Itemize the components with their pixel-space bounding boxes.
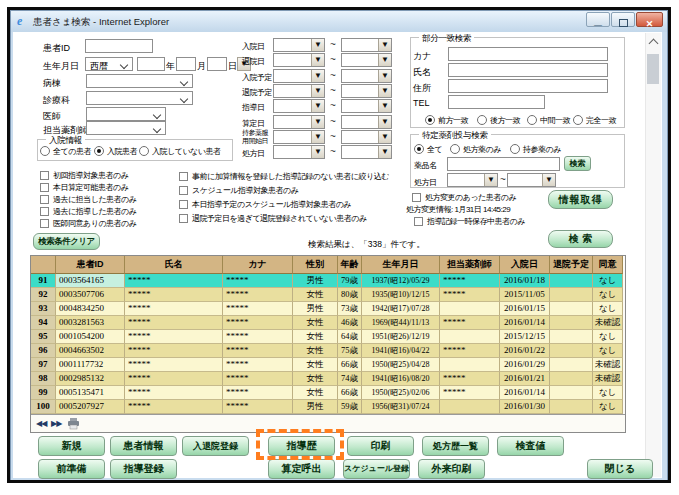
date-to-combo[interactable]: ▼ <box>341 115 392 129</box>
birth-era-select[interactable]: 西暦 <box>85 57 133 71</box>
drug-scope-radio[interactable]: 処方薬のみ <box>450 144 501 155</box>
pharmacist-select[interactable] <box>86 121 166 135</box>
dropdown-arrow-icon[interactable]: ▼ <box>311 54 324 66</box>
match-type-radio[interactable]: 完全一致 <box>573 115 616 126</box>
table-row[interactable]: 990005135471**********女性66歳1950(昭25)/02/… <box>31 386 625 400</box>
dropdown-arrow-icon[interactable]: ▼ <box>378 70 391 82</box>
name-input[interactable] <box>448 63 608 77</box>
admission-registration-button[interactable]: 入退院登録 <box>182 436 249 456</box>
dropdown-arrow-icon[interactable]: ▼ <box>311 70 324 82</box>
date-to-combo[interactable]: ▼ <box>341 145 392 159</box>
kana-input[interactable] <box>448 47 608 61</box>
tel-input[interactable] <box>448 95 545 109</box>
preparation-button[interactable]: 前準備 <box>38 459 105 479</box>
filter-checkbox[interactable]: 退院予定日を過ぎて退院登録されていない患者のみ <box>179 213 367 224</box>
table-row[interactable]: 950001054200**********女性64歳1951(昭26)/12/… <box>31 330 625 344</box>
drug-name-input[interactable] <box>447 157 560 171</box>
doctor-select[interactable] <box>86 107 166 121</box>
dropdown-arrow-icon[interactable]: ▼ <box>311 116 324 128</box>
dropdown-arrow-icon[interactable]: ▼ <box>542 174 555 186</box>
test-values-button[interactable]: 検査値 <box>497 436 564 456</box>
filter-checkbox[interactable]: 本日指導予定のスケジュール指導対象患者のみ <box>179 199 351 210</box>
draft-record-checkbox[interactable]: 指導記録一時保存中患者のみ <box>414 216 525 227</box>
date-to-combo[interactable]: ▼ <box>341 69 392 83</box>
dropdown-arrow-icon[interactable]: ▼ <box>378 85 391 97</box>
date-to-combo[interactable]: ▼ <box>341 38 392 52</box>
table-row[interactable]: 960004663502**********女性75歳1941(昭16)/04/… <box>31 344 625 358</box>
match-type-radio[interactable]: 前方一致 <box>425 115 468 126</box>
admission-radio[interactable]: 全ての患者 <box>40 146 91 157</box>
close-button[interactable]: 閉じる <box>587 459 653 479</box>
outpatient-print-button[interactable]: 外来印刷 <box>418 459 485 479</box>
table-row[interactable]: 980002985132**********女性74歳1941(昭16)/08/… <box>31 372 625 386</box>
prescription-from-combo[interactable]: ▼ <box>447 173 498 187</box>
table-row[interactable]: 1000005207927**********男性59歳1956(昭31)/07… <box>31 400 625 414</box>
match-type-radio[interactable]: 中間一致 <box>527 115 570 126</box>
dropdown-arrow-icon[interactable]: ▼ <box>311 100 324 112</box>
filter-checkbox[interactable]: 事前に加算情報を登録した指導記録のない患者に絞り込む <box>179 171 389 182</box>
new-button[interactable]: 新規 <box>38 436 105 456</box>
match-type-radio[interactable]: 後方一致 <box>477 115 520 126</box>
dropdown-arrow-icon[interactable]: ▼ <box>311 39 324 51</box>
dropdown-arrow-icon[interactable]: ▼ <box>378 100 391 112</box>
table-row[interactable]: 920003507706**********女性80歳1935(昭10)/12/… <box>31 288 625 302</box>
guidance-registration-button[interactable]: 指導登録 <box>110 459 177 479</box>
drug-scope-radio[interactable]: 持参薬のみ <box>510 144 561 155</box>
date-from-combo[interactable]: ▼ <box>273 130 325 144</box>
filter-checkbox[interactable]: 過去に担当した患者のみ <box>40 194 136 205</box>
date-to-combo[interactable]: ▼ <box>341 53 392 67</box>
date-to-combo[interactable]: ▼ <box>341 99 392 113</box>
drug-search-button[interactable]: 検索 <box>564 156 591 171</box>
filter-checkbox[interactable]: スケジュール指導対象患者のみ <box>179 185 298 196</box>
dropdown-arrow-icon[interactable]: ▼ <box>378 146 391 158</box>
prescription-history-button[interactable]: 処方歴一覧 <box>422 436 489 456</box>
drug-scope-radio[interactable]: 全て <box>414 144 442 155</box>
dropdown-arrow-icon[interactable]: ▼ <box>378 131 391 143</box>
date-from-combo[interactable]: ▼ <box>273 38 325 52</box>
next-page-icon[interactable]: ▶▶ <box>51 419 61 428</box>
dropdown-arrow-icon[interactable]: ▼ <box>311 85 324 97</box>
birth-month-input[interactable] <box>176 57 196 71</box>
admission-radio[interactable]: 入院していない患者 <box>139 146 220 157</box>
dropdown-arrow-icon[interactable]: ▼ <box>311 146 324 158</box>
date-from-combo[interactable]: ▼ <box>273 115 325 129</box>
dropdown-arrow-icon[interactable]: ▼ <box>311 131 324 143</box>
date-from-combo[interactable]: ▼ <box>273 53 325 67</box>
filter-checkbox[interactable]: 初回指導対象患者のみ <box>40 170 128 181</box>
patient-id-input[interactable] <box>85 39 153 53</box>
date-from-combo[interactable]: ▼ <box>273 84 325 98</box>
info-fetch-button[interactable]: 情報取得 <box>548 190 613 209</box>
clear-conditions-button[interactable]: 検索条件クリア <box>33 233 100 250</box>
patient-info-button[interactable]: 患者情報 <box>110 436 177 456</box>
date-from-combo[interactable]: ▼ <box>273 145 325 159</box>
birth-year-input[interactable] <box>137 57 165 71</box>
filter-checkbox[interactable]: 医師同意ありの患者のみ <box>40 218 136 229</box>
first-page-icon[interactable]: ◀◀ <box>36 419 46 428</box>
date-to-combo[interactable]: ▼ <box>341 130 392 144</box>
date-from-combo[interactable]: ▼ <box>273 99 325 113</box>
date-to-combo[interactable]: ▼ <box>341 84 392 98</box>
dropdown-arrow-icon[interactable]: ▼ <box>378 39 391 51</box>
table-row[interactable]: 970001117732**********女性66歳1950(昭25)/04/… <box>31 358 625 372</box>
dropdown-arrow-icon[interactable]: ▼ <box>378 54 391 66</box>
dropdown-arrow-icon[interactable]: ▼ <box>484 174 497 186</box>
printer-icon[interactable] <box>67 418 80 430</box>
search-button[interactable]: 検索 <box>548 230 613 248</box>
prescription-to-combo[interactable]: ▼ <box>507 173 556 187</box>
schedule-registration-button[interactable]: スケジュール登録 <box>343 459 410 479</box>
prescription-change-checkbox[interactable]: 処方変更のあった患者のみ <box>412 192 516 203</box>
table-row[interactable]: 940003281563**********女性46歳1969(昭44)/11/… <box>31 316 625 330</box>
filter-checkbox[interactable]: 本日算定可能患者のみ <box>40 182 128 193</box>
address-input[interactable] <box>448 79 608 93</box>
table-row[interactable]: 910003564165**********男性79歳1937(昭12)/05/… <box>31 274 625 288</box>
ward-select[interactable] <box>86 74 193 88</box>
birth-day-input[interactable] <box>207 57 227 71</box>
admission-radio[interactable]: 入院患者 <box>94 146 137 157</box>
table-row[interactable]: 930004834250**********男性73歳1942(昭17)/07/… <box>31 302 625 316</box>
calculation-call-button[interactable]: 算定呼出 <box>268 459 335 479</box>
dropdown-arrow-icon[interactable]: ▼ <box>378 116 391 128</box>
date-from-combo[interactable]: ▼ <box>273 69 325 83</box>
filter-checkbox[interactable]: 過去に指導した患者のみ <box>40 206 136 217</box>
print-button[interactable]: 印刷 <box>347 436 414 456</box>
department-select[interactable] <box>86 91 193 105</box>
